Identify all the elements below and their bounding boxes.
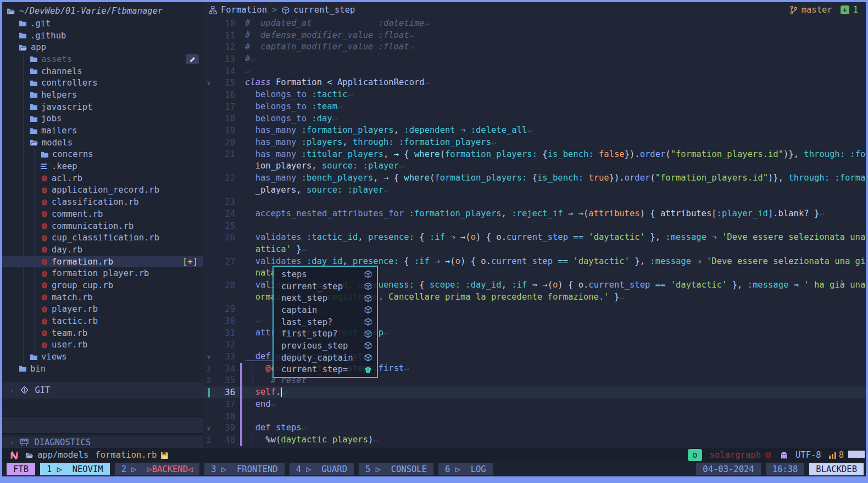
tree-item-classification-rb[interactable]: classification.rb — [2, 196, 203, 208]
sitemap-icon — [209, 6, 217, 14]
tree-item-app[interactable]: app — [2, 41, 203, 53]
completion-item-last-step-[interactable]: last_step? — [274, 316, 377, 328]
rename-pencil-icon[interactable] — [186, 54, 199, 64]
completion-item-steps[interactable]: steps — [274, 268, 377, 280]
tree-item-team-rb[interactable]: team.rb — [2, 327, 203, 339]
completion-item-deputy-captain[interactable]: deputy_captain — [274, 352, 377, 364]
tree-item-assets[interactable]: assets — [2, 53, 203, 65]
line-number: 30 — [214, 316, 235, 326]
code-line-14: 14↵ — [203, 65, 866, 77]
tree-item-formation-player-rb[interactable]: formation_player.rb — [2, 267, 203, 279]
completion-item-captain[interactable]: captain — [274, 304, 377, 316]
ruby-file-icon — [41, 258, 48, 265]
completion-item-previous-step[interactable]: previous_step — [274, 340, 377, 352]
line-number: 19 — [214, 126, 235, 136]
tree-item-models[interactable]: models — [2, 137, 203, 149]
tree-item-comment-rb[interactable]: comment.rb — [2, 208, 203, 220]
section-git[interactable]: › GIT — [2, 381, 203, 398]
tree-item-javascript[interactable]: javascript — [2, 101, 203, 113]
tree-item-views[interactable]: views — [2, 351, 203, 363]
scrollbar-thumb[interactable] — [848, 451, 865, 458]
tree-item-concerns[interactable]: concerns — [2, 149, 203, 161]
bars-icon — [829, 452, 836, 459]
method-cube-icon — [364, 330, 372, 338]
tree-item-day-rb[interactable]: day.rb — [2, 244, 203, 256]
tmux-window-backend[interactable]: 2 ▷ ▷BACKEND◁ — [115, 463, 200, 475]
tree-item-group-cup-rb[interactable]: group_cup.rb — [2, 279, 203, 291]
tree-item--git[interactable]: .git — [2, 18, 203, 30]
tree-item-acl-rb[interactable]: acl.rb — [2, 172, 203, 184]
method-cube-icon — [364, 294, 372, 302]
tree-item-tactic-rb[interactable]: tactic.rb — [2, 315, 203, 327]
section-diagnostics[interactable]: › DIAGNOSTICS — [2, 436, 203, 448]
code-line-17: 17 belongs_to :team↵ — [203, 101, 866, 113]
tree-item-user-rb[interactable]: user.rb — [2, 339, 203, 351]
code-line-20: 20 has_many :players, through: :formatio… — [203, 137, 866, 149]
tree-item--keep[interactable]: .keep — [2, 160, 203, 172]
tree-item-formation-rb[interactable]: formation.rb[+] — [2, 256, 203, 268]
sign-column — [235, 18, 245, 30]
empty-section-band — [2, 416, 203, 434]
completion-item-current-step-[interactable]: current_step= — [274, 364, 377, 376]
tree-item-bin[interactable]: bin — [2, 363, 203, 375]
git-change-sign — [235, 411, 245, 423]
tree-item-mailers[interactable]: mailers — [2, 125, 203, 137]
line-number: 35 — [214, 375, 235, 385]
explorer-root[interactable]: ~/DevWeb/01-Varie/Ftbmanager — [7, 5, 163, 17]
line-number: 36 — [214, 387, 235, 397]
sign-column — [235, 125, 245, 137]
method-cube-icon — [364, 306, 372, 314]
breadcrumb-member[interactable]: current_step — [293, 5, 355, 15]
sign-column — [235, 89, 245, 101]
tmux-window-log[interactable]: 6 ▷ LOG — [438, 463, 493, 475]
completion-item-first-step-[interactable]: first_step? — [274, 328, 377, 340]
git-change-sign — [235, 363, 245, 375]
method-cube-icon — [364, 270, 372, 278]
tmux-window-console[interactable]: 5 ▷ CONSOLE — [359, 463, 433, 475]
diagnostics-icon — [20, 439, 29, 446]
folder-icon — [30, 103, 38, 110]
completion-item-current-step[interactable]: current_step — [274, 280, 377, 293]
tree-item-communication-rb[interactable]: communication.rb — [2, 220, 203, 232]
code-line-21: 21 has_many :titular_players, → { where(… — [203, 149, 866, 161]
sign-column — [235, 315, 245, 327]
tree-item-controllers[interactable]: controllers — [2, 77, 203, 89]
ruby-file-icon — [41, 210, 48, 217]
tmux-window-frontend[interactable]: 3 ▷ FRONTEND — [204, 463, 284, 475]
fold-column[interactable]: ∨ — [203, 353, 214, 361]
branch-name: master — [802, 5, 832, 15]
tree-item-player-rb[interactable]: player.rb — [2, 304, 203, 316]
tree-item-label: controllers — [41, 78, 98, 88]
save-floppy-icon[interactable] — [160, 451, 169, 459]
tree-item-label: formation.rb — [52, 257, 113, 267]
tree-item-label: formation_player.rb — [52, 268, 149, 278]
git-change-sign — [235, 386, 245, 398]
ruby-file-icon — [41, 306, 48, 313]
tree-item-cup-classification-rb[interactable]: cup_classification.rb — [2, 232, 203, 244]
breadcrumb-class[interactable]: Formation — [221, 5, 267, 15]
method-cube-icon — [364, 318, 372, 326]
fold-column[interactable]: ∨ — [203, 424, 214, 432]
modified-badge: [+] — [182, 257, 198, 267]
tree-item-label: .github — [30, 31, 66, 41]
tree-item--github[interactable]: .github — [2, 30, 203, 42]
tree-item-application-record-rb[interactable]: application_record.rb — [2, 184, 203, 196]
sign-column — [235, 77, 245, 89]
line-number: 20 — [214, 138, 235, 148]
ruby-file-icon — [41, 294, 48, 301]
sign-column — [235, 244, 245, 256]
tmux-session[interactable]: FTB — [7, 463, 35, 475]
tree-item-jobs[interactable]: jobs — [2, 113, 203, 125]
tree-item-helpers[interactable]: helpers — [2, 89, 203, 101]
tree-item-match-rb[interactable]: match.rb — [2, 291, 203, 304]
tmux-windows: 1 ▷ NEOVIM2 ▷ ▷BACKEND◁3 ▷ FRONTEND4 ▷ G… — [40, 463, 493, 475]
tree-item-channels[interactable]: channels — [2, 65, 203, 77]
code-line-wrap: ion_players, source: :player↵ — [203, 160, 866, 172]
sign-column — [235, 327, 245, 339]
tmux-window-guard[interactable]: 4 ▷ GUARD — [290, 463, 354, 475]
code-buffer[interactable]: 10# updated_at :datetime↵11# defense_mod… — [203, 18, 866, 446]
count-indicator: 8 — [829, 450, 844, 460]
fold-column[interactable]: ∨ — [203, 79, 214, 87]
completion-item-next-step[interactable]: next_step — [274, 292, 377, 304]
tmux-window-neovim[interactable]: 1 ▷ NEOVIM — [40, 463, 110, 475]
